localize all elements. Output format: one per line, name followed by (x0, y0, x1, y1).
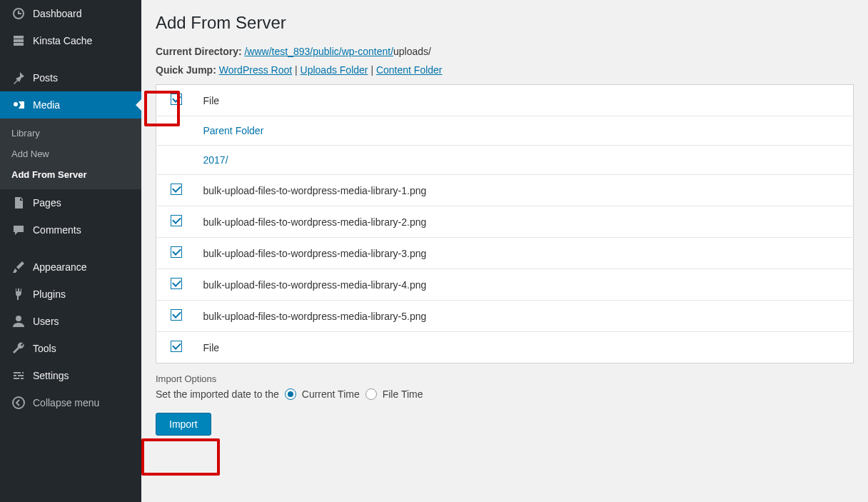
file-table-header-file: File (196, 85, 854, 116)
user-icon (11, 314, 26, 328)
sidebar-item-posts[interactable]: Posts (0, 64, 141, 91)
pin-icon (11, 71, 26, 85)
wrench-icon (11, 341, 26, 356)
radio-current-time[interactable] (285, 388, 296, 400)
table-row: bulk-upload-files-to-wordpress-media-lib… (156, 206, 854, 238)
sidebar-sub-library[interactable]: Library (0, 123, 141, 144)
file-checkbox[interactable] (171, 309, 182, 321)
table-row: bulk-upload-files-to-wordpress-media-lib… (156, 238, 854, 269)
sidebar-item-label: Tools (33, 343, 56, 354)
sidebar-item-kinsta-cache[interactable]: Kinsta Cache (0, 27, 141, 54)
sidebar-sub-add-new[interactable]: Add New (0, 144, 141, 164)
import-options-label: Import Options (156, 373, 854, 384)
sidebar-item-label: Kinsta Cache (33, 35, 92, 46)
svg-point-4 (16, 316, 21, 321)
highlight-import-button (141, 438, 220, 476)
sidebar-item-pages[interactable]: Pages (0, 189, 141, 216)
radio-file-time[interactable] (365, 388, 377, 400)
collapse-icon (11, 396, 26, 410)
svg-rect-2 (14, 43, 24, 46)
file-name: bulk-upload-files-to-wordpress-media-lib… (196, 238, 854, 269)
quick-jump-line: Quick Jump: WordPress Root | Uploads Fol… (156, 64, 854, 76)
file-checkbox[interactable] (171, 246, 182, 258)
collapse-label: Collapse menu (33, 397, 99, 408)
file-name: bulk-upload-files-to-wordpress-media-lib… (196, 175, 854, 206)
radio-current-time-label: Current Time (302, 388, 360, 400)
select-all-checkbox-top[interactable] (171, 94, 182, 105)
page-icon (11, 196, 26, 210)
file-name: bulk-upload-files-to-wordpress-media-lib… (196, 269, 854, 301)
file-checkbox[interactable] (171, 184, 182, 195)
quick-jump-wordpress-root[interactable]: WordPress Root (219, 64, 292, 76)
select-all-checkbox-bottom[interactable] (171, 341, 182, 352)
file-table-header-checkbox-cell (156, 85, 196, 116)
sidebar-item-label: Comments (33, 224, 81, 236)
sidebar-item-appearance[interactable]: Appearance (0, 253, 141, 281)
import-options: Import Options Set the imported date to … (156, 373, 854, 400)
svg-rect-1 (14, 39, 24, 42)
plug-icon (11, 287, 26, 301)
sidebar-item-label: Appearance (33, 261, 87, 273)
sidebar-item-label: Settings (33, 370, 69, 381)
current-directory-suffix: uploads/ (393, 46, 431, 57)
table-row: bulk-upload-files-to-wordpress-media-lib… (156, 175, 854, 206)
page-title: Add From Server (156, 13, 854, 33)
file-checkbox[interactable] (171, 215, 182, 226)
sidebar-item-label: Plugins (33, 288, 66, 300)
collapse-menu[interactable]: Collapse menu (0, 389, 141, 416)
sidebar-item-label: Pages (33, 197, 61, 209)
svg-point-3 (14, 102, 18, 106)
table-row: bulk-upload-files-to-wordpress-media-lib… (156, 301, 854, 332)
admin-sidebar: Dashboard Kinsta Cache Posts Media Libra… (0, 0, 141, 502)
radio-file-time-label: File Time (383, 388, 423, 400)
file-table: File Parent Folder 2017/ bulk-upload-fil… (156, 84, 854, 363)
main-content: Add From Server Current Directory: /www/… (141, 0, 868, 502)
sidebar-submenu-media: Library Add New Add From Server (0, 119, 141, 189)
sidebar-item-plugins[interactable]: Plugins (0, 281, 141, 308)
folder-link[interactable]: 2017/ (203, 154, 228, 166)
sidebar-item-tools[interactable]: Tools (0, 335, 141, 362)
sidebar-item-settings[interactable]: Settings (0, 362, 141, 389)
current-directory-link[interactable]: /www/test_893/public/wp-content/ (244, 46, 393, 57)
sidebar-item-label: Dashboard (33, 8, 82, 19)
sidebar-item-dashboard[interactable]: Dashboard (0, 0, 141, 27)
sidebar-item-comments[interactable]: Comments (0, 216, 141, 244)
quick-jump-uploads-folder[interactable]: Uploads Folder (301, 64, 368, 76)
sidebar-sub-add-from-server[interactable]: Add From Server (0, 164, 141, 185)
file-name: bulk-upload-files-to-wordpress-media-lib… (196, 301, 854, 332)
import-date-prompt: Set the imported date to the (156, 388, 279, 400)
file-table-footer-checkbox-cell (156, 332, 196, 363)
table-row: 2017/ (156, 146, 854, 175)
sidebar-item-media[interactable]: Media (0, 91, 141, 119)
parent-folder-link[interactable]: Parent Folder (203, 125, 264, 136)
file-checkbox[interactable] (171, 278, 182, 289)
quick-jump-content-folder[interactable]: Content Folder (376, 64, 443, 76)
file-name: bulk-upload-files-to-wordpress-media-lib… (196, 206, 854, 238)
comments-icon (11, 223, 26, 237)
quick-jump-label: Quick Jump: (156, 64, 216, 76)
dashboard-icon (11, 6, 26, 21)
sliders-icon (11, 368, 26, 383)
sidebar-item-label: Posts (33, 72, 58, 84)
current-directory-label: Current Directory: (156, 46, 242, 57)
current-directory-line: Current Directory: /www/test_893/public/… (156, 46, 854, 57)
media-icon (11, 98, 26, 112)
brush-icon (11, 260, 26, 274)
table-row: Parent Folder (156, 116, 854, 146)
svg-point-5 (13, 397, 24, 408)
sidebar-item-label: Users (33, 316, 59, 327)
sidebar-item-label: Media (33, 99, 60, 111)
import-button[interactable]: Import (156, 413, 211, 436)
svg-rect-0 (14, 36, 24, 39)
sidebar-item-users[interactable]: Users (0, 308, 141, 335)
table-row: bulk-upload-files-to-wordpress-media-lib… (156, 269, 854, 301)
file-table-footer-file: File (196, 332, 854, 363)
cache-icon (11, 34, 26, 48)
